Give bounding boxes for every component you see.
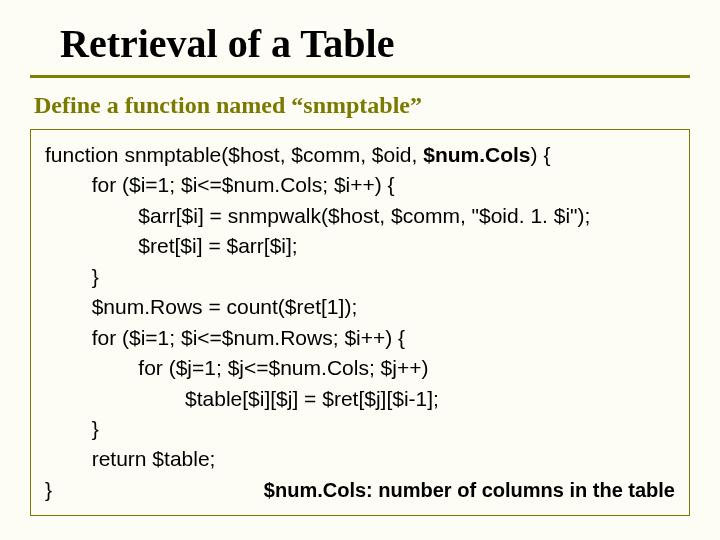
slide-subtitle: Define a function named “snmptable” xyxy=(34,92,690,119)
code-line: for ($i=1; $i<=$num.Cols; $i++) { xyxy=(45,170,675,200)
code-line: $num.Rows = count($ret[1]); xyxy=(45,292,675,322)
slide-title: Retrieval of a Table xyxy=(60,20,690,67)
code-line: for ($i=1; $i<=$num.Rows; $i++) { xyxy=(45,323,675,353)
code-line: $ret[$i] = $arr[$i]; xyxy=(45,231,675,261)
code-box: function snmptable($host, $comm, $oid, $… xyxy=(30,129,690,516)
code-line: for ($j=1; $j<=$num.Cols; $j++) xyxy=(45,353,675,383)
code-line: } xyxy=(45,414,675,444)
code-line: $arr[$i] = snmpwalk($host, $comm, "$oid.… xyxy=(45,201,675,231)
footnote-numcols: $num.Cols: number of columns in the tabl… xyxy=(264,476,675,505)
slide: Retrieval of a Table Define a function n… xyxy=(0,0,720,540)
code-line: $table[$i][$j] = $ret[$j][$i-1]; xyxy=(45,384,675,414)
code-line: function snmptable($host, $comm, $oid, $… xyxy=(45,140,675,170)
title-underline xyxy=(30,75,690,78)
code-line: } xyxy=(45,262,675,292)
code-line: return $table; xyxy=(45,444,675,474)
param-numcols: $num.Cols xyxy=(423,143,530,166)
